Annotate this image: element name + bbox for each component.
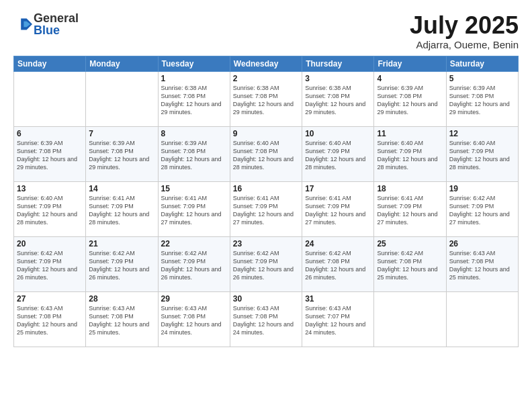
day-cell: 7Sunrise: 6:39 AM Sunset: 7:08 PM Daylig… <box>86 126 158 181</box>
day-number: 11 <box>377 129 443 138</box>
day-cell: 23Sunrise: 6:42 AM Sunset: 7:09 PM Dayli… <box>230 236 302 291</box>
day-cell: 14Sunrise: 6:41 AM Sunset: 7:09 PM Dayli… <box>86 181 158 236</box>
day-info: Sunrise: 6:41 AM Sunset: 7:09 PM Dayligh… <box>161 194 227 227</box>
day-info: Sunrise: 6:39 AM Sunset: 7:08 PM Dayligh… <box>449 84 515 117</box>
day-number: 29 <box>161 294 227 304</box>
day-info: Sunrise: 6:43 AM Sunset: 7:08 PM Dayligh… <box>449 249 515 282</box>
col-sunday: Sunday <box>14 56 86 71</box>
day-number: 23 <box>233 239 299 248</box>
day-cell: 20Sunrise: 6:42 AM Sunset: 7:09 PM Dayli… <box>14 236 86 291</box>
day-number: 20 <box>17 239 83 248</box>
day-cell: 4Sunrise: 6:39 AM Sunset: 7:08 PM Daylig… <box>374 71 446 126</box>
day-cell: 19Sunrise: 6:42 AM Sunset: 7:09 PM Dayli… <box>446 181 518 236</box>
week-row-3: 13Sunrise: 6:40 AM Sunset: 7:09 PM Dayli… <box>14 181 519 236</box>
day-number: 25 <box>377 239 443 248</box>
col-friday: Friday <box>374 56 446 71</box>
header: General Blue July 2025 Adjarra, Oueme, B… <box>13 12 519 50</box>
day-info: Sunrise: 6:41 AM Sunset: 7:09 PM Dayligh… <box>89 194 154 227</box>
day-number: 1 <box>161 74 227 83</box>
day-number: 2 <box>233 74 299 83</box>
day-info: Sunrise: 6:43 AM Sunset: 7:08 PM Dayligh… <box>89 304 154 337</box>
day-number: 16 <box>233 184 299 193</box>
day-info: Sunrise: 6:39 AM Sunset: 7:08 PM Dayligh… <box>89 139 154 172</box>
day-number: 27 <box>17 294 83 304</box>
day-cell: 1Sunrise: 6:38 AM Sunset: 7:08 PM Daylig… <box>158 71 230 126</box>
day-info: Sunrise: 6:40 AM Sunset: 7:09 PM Dayligh… <box>305 139 371 172</box>
day-number: 8 <box>161 129 227 138</box>
day-info: Sunrise: 6:41 AM Sunset: 7:09 PM Dayligh… <box>233 194 299 227</box>
day-number: 18 <box>377 184 443 193</box>
day-cell: 3Sunrise: 6:38 AM Sunset: 7:08 PM Daylig… <box>302 71 374 126</box>
day-cell: 5Sunrise: 6:39 AM Sunset: 7:08 PM Daylig… <box>446 71 518 126</box>
day-info: Sunrise: 6:42 AM Sunset: 7:09 PM Dayligh… <box>161 249 227 282</box>
day-cell: 21Sunrise: 6:42 AM Sunset: 7:09 PM Dayli… <box>86 236 158 291</box>
day-number: 4 <box>377 74 443 83</box>
day-info: Sunrise: 6:42 AM Sunset: 7:09 PM Dayligh… <box>89 249 154 282</box>
col-saturday: Saturday <box>446 56 518 71</box>
day-number: 17 <box>305 184 371 193</box>
day-info: Sunrise: 6:39 AM Sunset: 7:08 PM Dayligh… <box>17 139 83 172</box>
logo-text: General Blue <box>34 12 79 36</box>
col-thursday: Thursday <box>302 56 374 71</box>
day-cell <box>14 71 86 126</box>
day-info: Sunrise: 6:39 AM Sunset: 7:08 PM Dayligh… <box>161 139 227 172</box>
col-monday: Monday <box>86 56 158 71</box>
day-number: 15 <box>161 184 227 193</box>
day-cell: 24Sunrise: 6:42 AM Sunset: 7:08 PM Dayli… <box>302 236 374 291</box>
day-number: 26 <box>449 239 515 248</box>
day-cell: 30Sunrise: 6:43 AM Sunset: 7:08 PM Dayli… <box>230 291 302 347</box>
day-number: 22 <box>161 239 227 248</box>
day-info: Sunrise: 6:42 AM Sunset: 7:08 PM Dayligh… <box>305 249 371 282</box>
col-tuesday: Tuesday <box>158 56 230 71</box>
day-cell: 11Sunrise: 6:40 AM Sunset: 7:09 PM Dayli… <box>374 126 446 181</box>
header-row: Sunday Monday Tuesday Wednesday Thursday… <box>14 56 519 71</box>
day-number: 14 <box>89 184 154 193</box>
day-info: Sunrise: 6:43 AM Sunset: 7:08 PM Dayligh… <box>161 304 227 337</box>
day-cell: 28Sunrise: 6:43 AM Sunset: 7:08 PM Dayli… <box>86 291 158 347</box>
day-number: 19 <box>449 184 515 193</box>
week-row-5: 27Sunrise: 6:43 AM Sunset: 7:08 PM Dayli… <box>14 291 519 347</box>
day-cell: 6Sunrise: 6:39 AM Sunset: 7:08 PM Daylig… <box>14 126 86 181</box>
logo-icon <box>13 15 32 34</box>
day-info: Sunrise: 6:38 AM Sunset: 7:08 PM Dayligh… <box>233 84 299 117</box>
day-cell: 17Sunrise: 6:41 AM Sunset: 7:09 PM Dayli… <box>302 181 374 236</box>
day-number: 28 <box>89 294 154 304</box>
day-cell <box>446 291 518 347</box>
day-info: Sunrise: 6:40 AM Sunset: 7:09 PM Dayligh… <box>377 139 443 172</box>
day-cell: 15Sunrise: 6:41 AM Sunset: 7:09 PM Dayli… <box>158 181 230 236</box>
day-cell: 25Sunrise: 6:42 AM Sunset: 7:08 PM Dayli… <box>374 236 446 291</box>
day-cell: 26Sunrise: 6:43 AM Sunset: 7:08 PM Dayli… <box>446 236 518 291</box>
day-info: Sunrise: 6:38 AM Sunset: 7:08 PM Dayligh… <box>161 84 227 117</box>
day-cell: 18Sunrise: 6:41 AM Sunset: 7:09 PM Dayli… <box>374 181 446 236</box>
day-cell: 29Sunrise: 6:43 AM Sunset: 7:08 PM Dayli… <box>158 291 230 347</box>
day-cell: 9Sunrise: 6:40 AM Sunset: 7:08 PM Daylig… <box>230 126 302 181</box>
day-number: 30 <box>233 294 299 304</box>
week-row-2: 6Sunrise: 6:39 AM Sunset: 7:08 PM Daylig… <box>14 126 519 181</box>
week-row-1: 1Sunrise: 6:38 AM Sunset: 7:08 PM Daylig… <box>14 71 519 126</box>
day-number: 9 <box>233 129 299 138</box>
day-info: Sunrise: 6:42 AM Sunset: 7:08 PM Dayligh… <box>377 249 443 282</box>
day-cell: 10Sunrise: 6:40 AM Sunset: 7:09 PM Dayli… <box>302 126 374 181</box>
day-info: Sunrise: 6:43 AM Sunset: 7:08 PM Dayligh… <box>17 304 83 337</box>
day-info: Sunrise: 6:42 AM Sunset: 7:09 PM Dayligh… <box>17 249 83 282</box>
day-info: Sunrise: 6:40 AM Sunset: 7:09 PM Dayligh… <box>449 139 515 172</box>
day-cell <box>374 291 446 347</box>
day-cell: 16Sunrise: 6:41 AM Sunset: 7:09 PM Dayli… <box>230 181 302 236</box>
day-number: 6 <box>17 129 83 138</box>
day-number: 31 <box>305 294 371 304</box>
logo-blue: Blue <box>34 24 79 36</box>
day-cell: 27Sunrise: 6:43 AM Sunset: 7:08 PM Dayli… <box>14 291 86 347</box>
day-number: 5 <box>449 74 515 83</box>
logo-general: General <box>34 12 79 24</box>
day-cell: 2Sunrise: 6:38 AM Sunset: 7:08 PM Daylig… <box>230 71 302 126</box>
location: Adjarra, Oueme, Benin <box>410 39 519 50</box>
month-title: July 2025 <box>410 12 519 39</box>
day-number: 13 <box>17 184 83 193</box>
day-number: 7 <box>89 129 154 138</box>
day-info: Sunrise: 6:42 AM Sunset: 7:09 PM Dayligh… <box>233 249 299 282</box>
title-block: July 2025 Adjarra, Oueme, Benin <box>410 12 519 50</box>
day-cell: 13Sunrise: 6:40 AM Sunset: 7:09 PM Dayli… <box>14 181 86 236</box>
day-info: Sunrise: 6:40 AM Sunset: 7:09 PM Dayligh… <box>17 194 83 227</box>
day-info: Sunrise: 6:41 AM Sunset: 7:09 PM Dayligh… <box>305 194 371 227</box>
day-info: Sunrise: 6:38 AM Sunset: 7:08 PM Dayligh… <box>305 84 371 117</box>
